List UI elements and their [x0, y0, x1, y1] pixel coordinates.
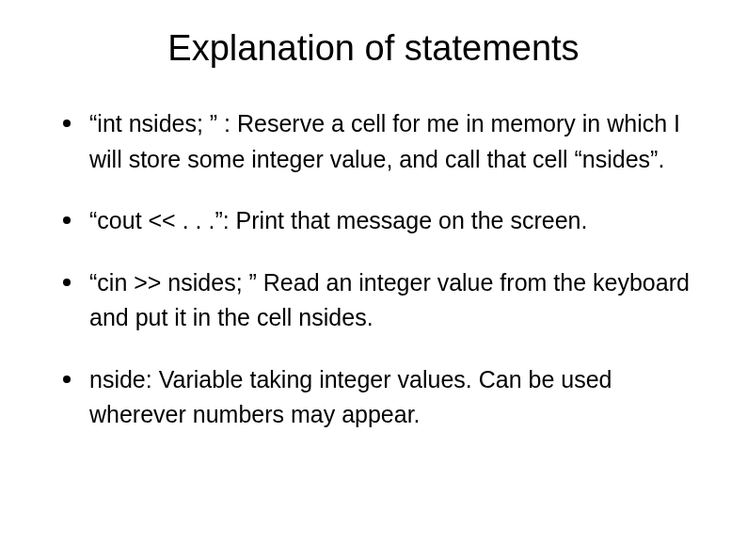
- bullet-list: “int nsides; ” : Reserve a cell for me i…: [47, 106, 700, 433]
- list-item: nside: Variable taking integer values. C…: [71, 362, 700, 433]
- list-item: “cin >> nsides; ” Read an integer value …: [71, 265, 700, 336]
- list-item: “cout << . . .”: Print that message on t…: [71, 203, 700, 239]
- slide-title: Explanation of statements: [47, 28, 700, 69]
- list-item: “int nsides; ” : Reserve a cell for me i…: [71, 106, 700, 177]
